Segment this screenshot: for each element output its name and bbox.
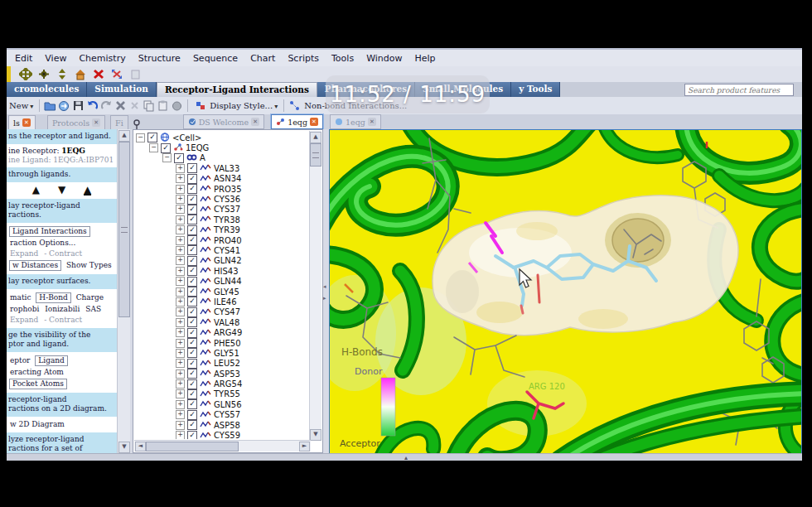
tree-row-residue[interactable]: TYR55 xyxy=(136,389,308,399)
expand-icon[interactable] xyxy=(176,400,185,409)
define-ligand-row[interactable]: ine Ligand: 1EQG:A:IBP701 xyxy=(8,156,115,165)
tree-row-residue[interactable]: ASP58 xyxy=(136,420,308,430)
doc-tab-1eqg-2[interactable]: 1eqg✕ xyxy=(330,114,381,129)
visibility-checkbox[interactable] xyxy=(187,328,197,338)
tree-row-residue[interactable]: CYS47 xyxy=(136,307,308,317)
tree-row-residue[interactable]: GLN42 xyxy=(136,256,308,266)
tree-row-residue[interactable]: CYS59 xyxy=(136,430,308,439)
visibility-checkbox[interactable] xyxy=(187,256,197,266)
expand-icon[interactable] xyxy=(176,328,185,337)
scroll-down-icon[interactable]: ▼ xyxy=(118,442,130,453)
close-icon[interactable]: ✕ xyxy=(310,118,318,126)
scroll-left-icon[interactable]: ◄ xyxy=(135,442,146,451)
previous-ligand-button[interactable]: ▲ xyxy=(32,186,40,196)
collapse-icon[interactable] xyxy=(136,133,145,142)
tree-row-residue[interactable]: CYS37 xyxy=(136,205,308,215)
menu-window[interactable]: Window xyxy=(366,53,402,64)
tree-row-residue[interactable]: ARG49 xyxy=(136,327,308,337)
undo-icon[interactable] xyxy=(86,99,99,112)
expand-icon[interactable] xyxy=(176,164,185,173)
expand-link[interactable]: Expand xyxy=(8,249,40,259)
expand-icon[interactable] xyxy=(176,267,185,276)
tree-row-residue[interactable]: CYS36 xyxy=(136,194,308,204)
tree-row-residue[interactable]: ASN34 xyxy=(136,174,308,184)
expand-icon[interactable] xyxy=(176,185,185,194)
tab-tools[interactable]: y Tools xyxy=(511,82,560,97)
visibility-checkbox[interactable] xyxy=(187,410,197,420)
save-icon[interactable] xyxy=(72,99,85,112)
tree-row-residue[interactable]: ARG54 xyxy=(136,379,308,389)
menu-tools[interactable]: Tools xyxy=(331,53,354,64)
expand-icon[interactable] xyxy=(176,389,185,398)
display-style-caret-icon[interactable] xyxy=(274,101,278,110)
doc-tab-ds-welcome[interactable]: DS Welcome✕ xyxy=(183,114,264,129)
tree-row-residue[interactable]: VAL48 xyxy=(136,317,308,327)
scrollbar-thumb[interactable] xyxy=(146,442,239,451)
ligand-visibility-button[interactable]: Ligand xyxy=(35,355,68,366)
expand-icon[interactable] xyxy=(176,195,185,204)
visibility-checkbox[interactable] xyxy=(187,225,197,235)
panel-tab-protocols[interactable]: Protocols✕ xyxy=(47,115,105,129)
expand-icon[interactable] xyxy=(176,369,185,379)
visibility-checkbox[interactable] xyxy=(187,235,197,245)
expand-icon[interactable] xyxy=(176,287,185,297)
visibility-checkbox[interactable] xyxy=(187,297,197,307)
visibility-checkbox[interactable] xyxy=(187,163,197,173)
interaction-options-link[interactable]: raction Options... xyxy=(8,238,77,249)
tree-row-cell[interactable]: <Cell> xyxy=(136,133,308,142)
hydrophobic-button[interactable]: rophobi xyxy=(8,304,41,315)
aromatic-button[interactable]: matic xyxy=(8,292,32,303)
visibility-checkbox[interactable] xyxy=(187,184,197,194)
new-button[interactable]: New xyxy=(7,100,36,111)
expand-icon[interactable] xyxy=(176,256,185,265)
visibility-checkbox[interactable] xyxy=(187,379,197,389)
expand-icon[interactable] xyxy=(176,205,185,214)
tree-row-residue[interactable]: VAL33 xyxy=(136,163,308,173)
ionizable-button[interactable]: Ionizabili xyxy=(43,304,81,315)
menu-scripts[interactable]: Scripts xyxy=(288,53,319,64)
tree-row-residue[interactable]: GLN56 xyxy=(136,399,308,409)
tree-row-residue[interactable]: CYS41 xyxy=(136,245,308,255)
expand-icon[interactable] xyxy=(176,215,185,225)
menu-sequence[interactable]: Sequence xyxy=(193,53,238,64)
scrollbar-thumb[interactable] xyxy=(310,143,321,167)
zoom-icon[interactable] xyxy=(56,68,69,80)
expand-icon[interactable] xyxy=(176,431,185,439)
tree-row-residue[interactable]: LEU52 xyxy=(136,359,308,369)
scroll-right-icon[interactable]: ► xyxy=(299,442,310,451)
expand-icon[interactable] xyxy=(176,236,185,245)
hbond-surface-button[interactable]: H-Bond xyxy=(36,292,70,303)
expand-icon[interactable] xyxy=(176,225,185,234)
home-view-icon[interactable] xyxy=(74,68,87,80)
expand-nub-icon[interactable]: ▴ xyxy=(404,454,408,461)
redo-icon[interactable] xyxy=(100,99,113,112)
tree-row-residue[interactable]: GLY51 xyxy=(136,348,308,358)
visibility-checkbox[interactable] xyxy=(187,174,197,184)
search-input[interactable] xyxy=(684,84,794,96)
tree-row-residue[interactable]: PHE50 xyxy=(136,338,308,348)
tree-row-residue[interactable]: TYR39 xyxy=(136,225,308,235)
fit-to-screen-icon[interactable] xyxy=(110,68,123,80)
visibility-checkbox[interactable] xyxy=(187,348,197,358)
visibility-checkbox[interactable] xyxy=(187,420,197,430)
close-icon[interactable]: ✕ xyxy=(92,118,100,127)
close-icon[interactable]: ✕ xyxy=(368,118,376,126)
display-style-button[interactable]: Display Style... xyxy=(191,99,280,113)
scroll-up-icon[interactable]: ▲ xyxy=(118,130,130,142)
tree-row-residue[interactable]: GLY45 xyxy=(136,287,308,297)
show-2d-diagram-link[interactable]: w 2D Diagram xyxy=(8,419,66,430)
tree-row-residue[interactable]: ILE46 xyxy=(136,297,308,307)
tree-horizontal-scrollbar[interactable]: ◄ ► xyxy=(134,440,311,451)
panel-splitter[interactable]: ◂ ▸ xyxy=(323,129,329,453)
menu-edit[interactable]: Edit xyxy=(15,53,32,64)
visibility-checkbox[interactable] xyxy=(187,266,197,276)
doc-tab-1eqg[interactable]: 1eqg✕ xyxy=(271,114,323,129)
visibility-checkbox[interactable] xyxy=(147,133,157,142)
paste-icon[interactable] xyxy=(157,99,169,112)
clear-icon[interactable] xyxy=(128,99,141,112)
menu-chemistry[interactable]: Chemistry xyxy=(79,53,125,64)
contract-surface-link[interactable]: - Contract xyxy=(42,315,84,326)
expand-icon[interactable] xyxy=(176,318,185,327)
visibility-checkbox[interactable] xyxy=(187,215,197,225)
expand-icon[interactable] xyxy=(176,174,185,183)
